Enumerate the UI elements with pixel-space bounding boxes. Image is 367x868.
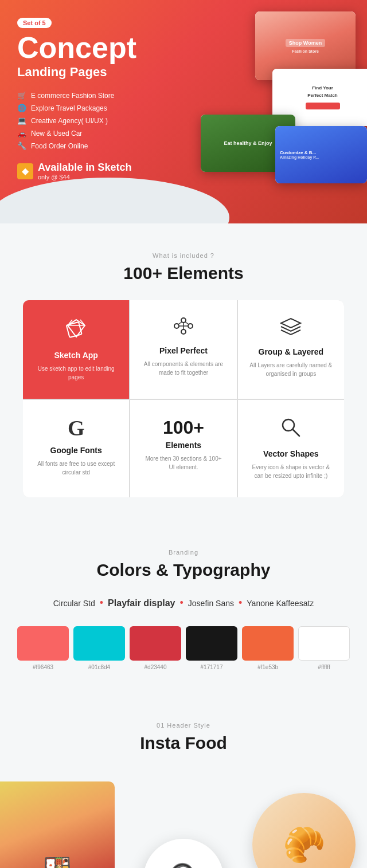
- svg-line-12: [185, 322, 189, 324]
- swatch-box-4: [186, 626, 237, 661]
- features-grid: Sketch App Use sketch app to edit landin…: [23, 300, 344, 497]
- feature-card-sketch-app: Sketch App Use sketch app to edit landin…: [23, 300, 129, 399]
- feature-card-group-layered: Group & Layered All Layers are carefully…: [238, 300, 344, 399]
- branding-section-label: Branding: [23, 549, 344, 556]
- hero-badge: Set of 5: [17, 18, 52, 28]
- feature-card-google-fonts: G Google Fonts All fonts are free to use…: [23, 400, 129, 497]
- swatch-box-3: [130, 626, 181, 661]
- food-right-image: 🥐: [252, 793, 356, 868]
- font-dot-1: •: [100, 597, 103, 609]
- hero-screens: Shop Women Fashion Store Find Your Perfe…: [195, 11, 367, 195]
- cart-icon: 🛒: [17, 91, 26, 100]
- font-dot-2: •: [180, 597, 184, 609]
- svg-line-15: [293, 430, 299, 436]
- svg-point-7: [181, 318, 186, 323]
- globe-icon: 🌐: [17, 104, 26, 112]
- laptop-icon: 💻: [17, 116, 26, 125]
- food-plate: 🍳: [143, 839, 224, 868]
- color-swatches: #f96463 #01c8d4 #d23440 #171717 #f1e53b …: [23, 626, 344, 670]
- swatch-box-2: [73, 626, 125, 661]
- layers-icon: [280, 317, 302, 340]
- swatch-5: #f1e53b: [242, 626, 294, 670]
- search-magnify-icon: [280, 417, 301, 442]
- feature-card-pixel-perfect: Pixel Perfect All components & elements …: [130, 300, 236, 399]
- nodes-icon: [173, 317, 194, 339]
- feature-name-sketch-app: Sketch App: [54, 351, 98, 360]
- swatch-hex-3: #d23440: [145, 664, 167, 670]
- food-header: 01 Header Style Insta Food: [0, 699, 367, 781]
- food-section-label: 01 Header Style: [23, 722, 344, 729]
- feature-name-group-layered: Group & Layered: [259, 347, 324, 356]
- font-josefin-sans: Josefin Sans: [188, 599, 234, 608]
- feature-desc-sketch-app: Use sketch app to edit landing pages: [34, 364, 118, 382]
- hero-section: Set of 5 Concept Landing Pages 🛒 E comme…: [0, 0, 367, 223]
- font-yanone: Yanone Kaffeesatz: [247, 599, 314, 608]
- feature-desc-group-layered: All Layers are carefully named & organis…: [249, 361, 333, 378]
- feature-desc-vector-shapes: Every icon & shape is vector & can be re…: [249, 463, 333, 480]
- svg-marker-13: [281, 319, 300, 328]
- swatch-box-6: [298, 626, 350, 661]
- branding-section-title: Colors & Typography: [23, 560, 344, 580]
- hero-available-text: Available in Sketch only @ $44: [38, 162, 131, 180]
- svg-point-5: [174, 324, 179, 328]
- feature-name-google-fonts: Google Fonts: [50, 446, 102, 455]
- swatch-6: #ffffff: [298, 626, 350, 670]
- mockup-screen-4: Customize & B... Amazing Holiday P...: [275, 126, 367, 183]
- included-section: What is included ? 100+ Elements Sketch …: [0, 223, 367, 520]
- swatch-1: #f96463: [17, 626, 69, 670]
- branding-section: Branding Colors & Typography Circular St…: [0, 520, 367, 699]
- svg-point-8: [181, 329, 186, 334]
- swatch-hex-1: #f96463: [33, 664, 53, 670]
- swatch-hex-4: #171717: [201, 664, 223, 670]
- svg-point-14: [283, 419, 294, 431]
- feature-name-pixel-perfect: Pixel Perfect: [159, 346, 208, 355]
- swatch-3: #d23440: [130, 626, 181, 670]
- tools-icon: 🔧: [17, 142, 26, 150]
- font-circular-std: Circular Std: [53, 599, 95, 608]
- included-section-title: 100+ Elements: [23, 264, 344, 283]
- swatch-hex-6: #ffffff: [318, 664, 330, 670]
- diamond-icon: [65, 317, 87, 344]
- feature-desc-elements: More then 30 sections & 100+ UI element.: [142, 454, 225, 472]
- feature-desc-pixel-perfect: All components & elements are made to fi…: [142, 360, 225, 377]
- font-playfair-display: Playfair display: [108, 598, 175, 608]
- feature-card-vector-shapes: Vector Shapes Every icon & shape is vect…: [238, 400, 344, 497]
- food-left-image: 🍱: [0, 781, 115, 868]
- feature-name-elements: Elements: [166, 441, 201, 450]
- food-section: 01 Header Style Insta Food 🍱 🥐 🍳 01 Inst…: [0, 699, 367, 868]
- svg-line-11: [178, 322, 182, 324]
- font-list: Circular Std • Playfair display • Josefi…: [23, 597, 344, 609]
- included-section-label: What is included ?: [23, 252, 344, 259]
- feature-name-vector-shapes: Vector Shapes: [263, 449, 319, 458]
- food-images-wrapper: 🍱 🥐 🍳 01 Instafood Concept Instafood is …: [0, 781, 367, 868]
- feature-desc-google-fonts: All fonts are free to use except circula…: [34, 459, 118, 477]
- svg-point-6: [188, 324, 193, 328]
- font-dot-3: •: [239, 597, 242, 609]
- swatch-box-1: [17, 626, 69, 661]
- feature-card-elements: 100+ Elements More then 30 sections & 10…: [130, 400, 236, 497]
- swatch-hex-5: #f1e53b: [257, 664, 278, 670]
- swatch-box-5: [242, 626, 294, 661]
- swatch-hex-2: #01c8d4: [88, 664, 110, 670]
- sketch-diamond-icon: ◆: [17, 163, 33, 179]
- food-section-title: Insta Food: [23, 733, 344, 753]
- google-icon: G: [68, 417, 85, 439]
- car-icon: 🚗: [17, 129, 26, 138]
- elements-number: 100+: [163, 417, 204, 438]
- swatch-2: #01c8d4: [73, 626, 125, 670]
- swatch-4: #171717: [186, 626, 237, 670]
